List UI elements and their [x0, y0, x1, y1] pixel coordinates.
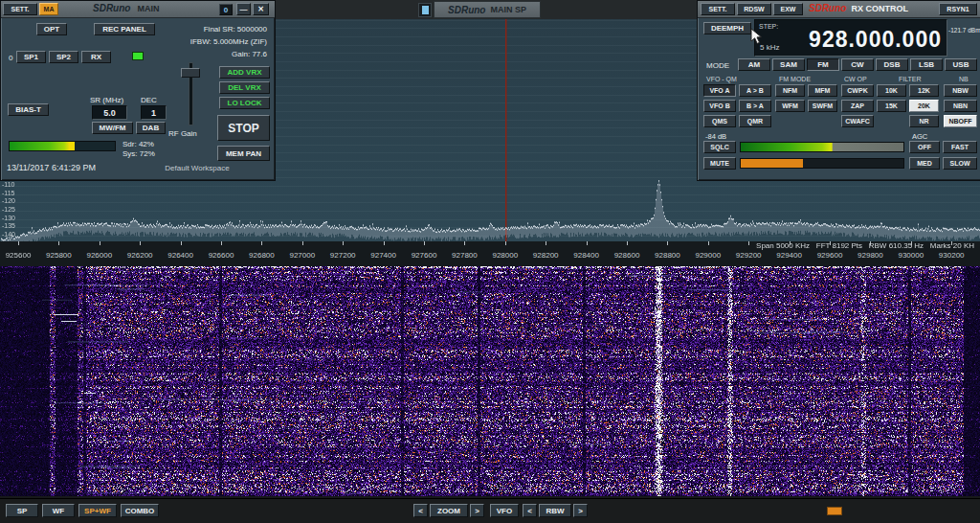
wfm-button[interactable]: WFM [775, 100, 805, 112]
y-axis-label: -140 [2, 231, 15, 238]
dab-button[interactable]: DAB [136, 122, 166, 134]
close-button[interactable]: ✕ [253, 3, 269, 15]
mem-pan-button[interactable]: MEM PAN [217, 146, 270, 161]
x-axis-label: 930200 [939, 251, 965, 260]
filter-12k-button[interactable]: 12K [909, 84, 939, 97]
y-axis-label: -115 [2, 190, 15, 196]
sr-value-field[interactable]: 5.0 [92, 105, 127, 120]
qms-button[interactable]: QMS [703, 115, 736, 127]
nboff-button[interactable]: NBOFF [944, 115, 977, 127]
sp2-button[interactable]: SP2 [49, 51, 78, 63]
bias-t-button[interactable]: BIAS-T [8, 103, 49, 116]
qmr-button[interactable]: QMR [739, 115, 771, 127]
vfo-b-button[interactable]: VFO B [703, 100, 736, 112]
rsyn1-button[interactable]: RSYN1 [939, 3, 977, 15]
sys-load-readout: Sys: 72% [122, 149, 155, 158]
rx-control-panel: SETT. RDSW EXW SDRuno RX CONTROL RSYN1 D… [697, 0, 980, 181]
frequency-digits[interactable]: 928.000.000 [809, 27, 942, 53]
sp1-button[interactable]: SP1 [16, 51, 46, 63]
waterfall-display[interactable] [0, 266, 980, 496]
filter-15k-button[interactable]: 15K [877, 100, 906, 112]
vrx-number-button[interactable]: 0 [219, 4, 233, 15]
agc-fast-button[interactable]: FAST [943, 141, 977, 153]
sr-label: SR (MHz) [90, 96, 123, 104]
mute-button[interactable]: MUTE [703, 157, 736, 170]
b-to-a-button[interactable]: B > A [739, 100, 771, 112]
mouse-cursor [750, 28, 764, 49]
zap-button[interactable]: ZAP [841, 100, 874, 112]
main-settings-button[interactable]: SETT. [3, 3, 37, 15]
vfo-a-button[interactable]: VFO A [703, 84, 736, 97]
rdsw-button[interactable]: RDSW [737, 3, 771, 15]
rbw-up-button[interactable]: > [573, 504, 588, 517]
main-sp-window-icon[interactable] [418, 3, 432, 17]
zoom-in-button[interactable]: > [470, 504, 484, 517]
wf-view-button[interactable]: WF [42, 504, 75, 517]
minimize-button[interactable]: — [236, 3, 251, 15]
nbn-button[interactable]: NBN [944, 100, 977, 112]
sdr-load-readout: Sdr: 42% [122, 140, 154, 148]
agc-slow-button[interactable]: SLOW [943, 157, 977, 170]
mode-am-button[interactable]: AM [738, 58, 770, 71]
nfm-button[interactable]: NFM [775, 84, 805, 97]
vfo-center-button[interactable]: VFO [490, 504, 519, 517]
rbw-label-button[interactable]: RBW [539, 504, 571, 517]
rx-settings-button[interactable]: SETT. [701, 3, 735, 15]
zoom-label-button[interactable]: ZOOM [430, 504, 468, 517]
rf-gain-slider-thumb[interactable] [181, 68, 200, 78]
mode-fm-button[interactable]: FM [807, 58, 839, 71]
agc-off-button[interactable]: OFF [909, 141, 940, 153]
zoom-out-button[interactable]: < [413, 504, 428, 517]
mode-usb-button[interactable]: USB [945, 58, 977, 71]
stop-button[interactable]: STOP [217, 115, 270, 141]
rx-active-led [132, 52, 144, 60]
cwafc-button[interactable]: CWAFC [841, 115, 874, 127]
filter-10k-button[interactable]: 10K [877, 84, 906, 97]
mfm-button[interactable]: MFM [808, 84, 837, 97]
mode-dsb-button[interactable]: DSB [876, 58, 908, 71]
a-to-b-button[interactable]: A > B [739, 84, 771, 97]
agc-med-button[interactable]: MED [909, 157, 940, 170]
status-indicator[interactable] [827, 507, 842, 515]
ma-badge[interactable]: MA [39, 3, 58, 15]
mode-lsb-button[interactable]: LSB [910, 58, 943, 71]
y-axis-label: -135 [2, 222, 15, 229]
rx-control-titlebar[interactable]: SETT. RDSW EXW SDRuno RX CONTROL RSYN1 [698, 1, 980, 18]
main-panel: SETT. MA SDRuno MAIN 0 — ✕ OPT REC PANEL… [0, 0, 276, 181]
rx-button[interactable]: RX [81, 51, 111, 63]
mode-cw-button[interactable]: CW [841, 58, 874, 71]
rx-control-title: RX CONTROL [851, 4, 908, 13]
swfm-button[interactable]: SWFM [808, 100, 837, 112]
ifbw-readout: IFBW: 5.000MHz (ZIF) [125, 37, 267, 46]
cwpk-button[interactable]: CWPK [841, 84, 874, 97]
nr-button[interactable]: NR [909, 115, 939, 127]
filter-20k-button[interactable]: 20K [909, 100, 939, 112]
exw-button[interactable]: EXW [773, 3, 803, 15]
del-vrx-button[interactable]: DEL VRX [219, 81, 270, 94]
squelch-slider[interactable] [740, 142, 904, 152]
frequency-display[interactable]: STEP: 5 kHz 928.000.000 [754, 19, 947, 57]
sp-wf-view-button[interactable]: SP+WF [78, 504, 117, 517]
lo-lock-button[interactable]: LO LOCK [219, 97, 270, 109]
mw-fm-button[interactable]: MW/FM [92, 122, 133, 134]
combo-view-button[interactable]: COMBO [121, 504, 159, 517]
filter-section-label: FILTER [899, 76, 922, 82]
sqlc-button[interactable]: SQLC [703, 141, 736, 153]
gain-readout: Gain: 77.6 [125, 50, 267, 58]
nbw-button[interactable]: NBW [944, 84, 977, 97]
sp-view-button[interactable]: SP [6, 504, 38, 517]
dec-value-field[interactable]: 1 [141, 105, 167, 120]
y-axis-label: -110 [2, 181, 15, 188]
datetime-readout: 13/11/2017 6:41:29 PM [7, 163, 96, 172]
x-axis-label: 929800 [858, 251, 883, 260]
x-axis-label: 928000 [492, 251, 518, 260]
y-axis-label: -130 [2, 215, 15, 221]
add-vrx-button[interactable]: ADD VRX [219, 66, 270, 79]
volume-slider[interactable] [740, 158, 904, 169]
main-sp-titlebar[interactable]: SDRuno MAIN SP [434, 1, 541, 18]
opt-button[interactable]: OPT [36, 23, 67, 35]
rbw-down-button[interactable]: < [523, 504, 537, 517]
mode-sam-button[interactable]: SAM [772, 58, 805, 71]
deemph-button[interactable]: DEEMPH [703, 22, 751, 34]
main-panel-titlebar[interactable]: SETT. MA SDRuno MAIN 0 — ✕ [1, 1, 275, 18]
